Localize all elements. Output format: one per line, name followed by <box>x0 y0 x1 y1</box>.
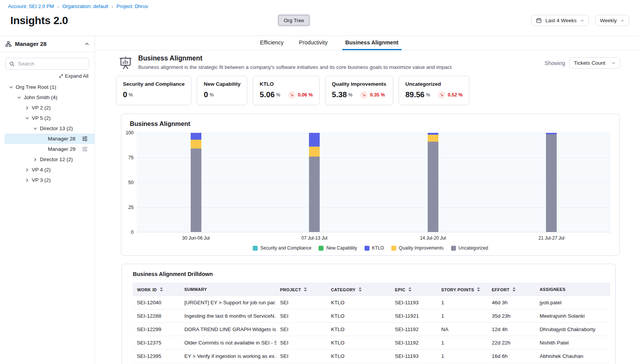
legend-item-security-and-compliance[interactable]: Security and Compliance <box>253 245 311 251</box>
sidebar-item-manager-29[interactable]: Manager 29 <box>0 144 95 154</box>
gridline <box>137 133 611 133</box>
breadcrumb-item-organization[interactable]: Organization: default <box>62 3 108 9</box>
search-input[interactable] <box>17 60 85 67</box>
bar-segment-quality-improvements <box>191 140 201 149</box>
y-axis-tick-label: 100 <box>121 130 134 135</box>
table-cell: KTLO <box>327 323 391 336</box>
gridline <box>137 207 611 208</box>
table-cell: SEI <box>276 309 327 323</box>
table-cell: SEI-11192 <box>391 323 438 336</box>
table-cell: SEI-12040 <box>133 296 181 309</box>
filter-settings-icon[interactable] <box>82 146 88 152</box>
sidebar-item-vp-2-2[interactable]: VP 2 (2) <box>0 103 95 113</box>
table-cell: SEI-11921 <box>391 309 438 323</box>
table-cell: 1 <box>438 336 488 349</box>
column-header-effort[interactable]: EFFORT <box>488 283 536 296</box>
table-cell: Abhishek Chauhan <box>536 349 610 363</box>
sidebar-item-john-smith-4[interactable]: John Smith (4) <box>0 92 95 103</box>
legend-label: Security and Compliance <box>260 245 311 251</box>
stat-card-delta: ↘0.52 % <box>438 91 462 99</box>
chevron-right-icon[interactable] <box>32 158 39 162</box>
breadcrumb-item-project[interactable]: Project: Dhruv <box>116 3 148 9</box>
breadcrumb: Account: SEI 2.0 PM›Organization: defaul… <box>8 3 639 9</box>
sidebar-item-vp-4-2[interactable]: VP 4 (2) <box>0 165 95 175</box>
date-range-select[interactable]: Last 4 Weeks <box>531 15 589 26</box>
page-title: Insights 2.0 <box>10 15 68 27</box>
x-axis-tick-label: 07 Jul-13 Jul <box>301 235 327 241</box>
sidebar-item-director-12-2[interactable]: Director 12 (2) <box>0 154 95 165</box>
filter-settings-icon[interactable] <box>82 136 88 142</box>
breadcrumb-separator: › <box>112 4 113 9</box>
chevron-down-icon[interactable] <box>24 116 31 120</box>
legend-item-uncategorized[interactable]: Uncategorized <box>451 245 488 251</box>
bar-segment-uncategorized <box>546 134 557 232</box>
table-row[interactable]: SEI-12395EY > Verify if ingestion is wor… <box>133 349 610 363</box>
page-header: Insights 2.0 Org Tree Last 4 Weeks Weekl… <box>0 10 639 36</box>
table-cell: Dhrubajyoti Chakraborty <box>536 323 610 336</box>
table-cell: 12d 4h <box>488 323 536 336</box>
chevron-down-icon[interactable] <box>32 127 39 131</box>
chevron-right-icon[interactable] <box>24 178 31 182</box>
sidebar-title: Manager 28 <box>15 41 85 47</box>
column-header-label: CATEGORY <box>331 287 356 292</box>
sort-icon <box>304 287 307 292</box>
showing-label: Showing <box>544 60 565 66</box>
table-cell: SEI <box>276 349 327 363</box>
column-header-project[interactable]: PROJECT <box>276 283 327 296</box>
sidebar-item-manager-28[interactable]: Manager 28 <box>5 134 95 144</box>
table-cell: KTLO <box>327 309 391 323</box>
chart-bar-07-jul-13-jul[interactable] <box>309 133 320 232</box>
table-cell: jyoti.patel <box>536 296 610 309</box>
stat-card-value: 89.56 <box>405 90 425 99</box>
tab-business-alignment[interactable]: Business Alignment <box>342 36 402 50</box>
tree-item-label: VP 4 (2) <box>32 167 51 173</box>
legend-item-new-capability[interactable]: New Capability <box>319 245 357 251</box>
stat-card-unit: % <box>426 92 430 98</box>
column-header-label: EPIC <box>395 287 405 292</box>
chevron-down-icon[interactable] <box>8 85 15 89</box>
table-row[interactable]: SEI-12040[URGENT] EY > Support for job r… <box>133 296 610 309</box>
trend-down-icon: ↘ <box>360 91 368 99</box>
metric-select[interactable]: Tickets Count <box>569 57 620 69</box>
sidebar-item-vp-3-2[interactable]: VP 3 (2) <box>0 175 95 185</box>
tabs: EfficiencyProductivityBusiness Alignment <box>259 36 402 50</box>
column-header-label: PROJECT <box>280 287 301 292</box>
sidebar-item-org-tree-root-1[interactable]: Org Tree Root (1) <box>0 82 95 92</box>
tab-efficiency[interactable]: Efficiency <box>259 36 284 50</box>
tree-item-label: Org Tree Root (1) <box>16 84 56 90</box>
chart-bar-14-jul-20-jul[interactable] <box>428 133 438 232</box>
breadcrumb-item-account[interactable]: Account: SEI 2.0 PM <box>8 3 54 9</box>
drilldown-card: Business Alignment Drilldown WORK IDSUMM… <box>121 264 616 364</box>
column-header-label: SUMMARY <box>185 287 207 292</box>
tab-productivity[interactable]: Productivity <box>298 36 328 50</box>
table-cell: EY > Verify if ingestion is working as e… <box>181 349 276 363</box>
bar-segment-uncategorized <box>309 157 320 232</box>
sidebar-item-vp-5-2[interactable]: VP 5 (2) <box>0 113 95 123</box>
org-tree: Org Tree Root (1)John Smith (4)VP 2 (2)V… <box>0 82 95 185</box>
column-header-story-points[interactable]: STORY POINTS <box>438 283 488 296</box>
chart-bar-30-jun-06-jul[interactable] <box>191 133 201 232</box>
granularity-select[interactable]: Weekly <box>595 15 629 26</box>
table-cell: KTLO <box>327 349 391 363</box>
legend-item-quality-improvements[interactable]: Quality Improvements <box>391 245 444 251</box>
expand-all-button[interactable]: Expand All <box>6 73 88 79</box>
search-icon <box>9 61 15 67</box>
table-row[interactable]: SEI-12299DORA TREND LINE GRAPH Widgets i… <box>133 323 610 336</box>
table-row[interactable]: SEI-12375Older Commits is not available … <box>133 336 610 349</box>
column-header-epic[interactable]: EPIC <box>391 283 438 296</box>
legend-item-ktlo[interactable]: KTLO <box>364 245 384 251</box>
stat-card-uncategorized: Uncategorized89.56%↘0.52 % <box>399 76 470 105</box>
legend-label: Uncategorized <box>459 245 488 251</box>
table-row[interactable]: SEI-12288Ingesting the last 6 months of … <box>133 309 610 323</box>
chevron-down-icon[interactable] <box>16 96 23 100</box>
org-tree-button[interactable]: Org Tree <box>278 15 309 26</box>
chart-x-axis: 30 Jun-06 Jul07 Jul-13 Jul14 Jul-20 Jul2… <box>137 235 611 242</box>
chevron-right-icon[interactable] <box>24 106 31 110</box>
chevron-right-icon[interactable] <box>24 168 31 172</box>
chart-bar-21-jul-27-jul[interactable] <box>546 133 557 232</box>
column-header-category[interactable]: CATEGORY <box>327 283 391 296</box>
collapse-sidebar-icon[interactable] <box>85 42 89 46</box>
stat-card-value-row: 5.06%↘0.06 % <box>260 90 313 99</box>
sidebar-item-director-13-2[interactable]: Director 13 (2) <box>0 123 95 134</box>
column-header-work-id[interactable]: WORK ID <box>133 283 181 296</box>
